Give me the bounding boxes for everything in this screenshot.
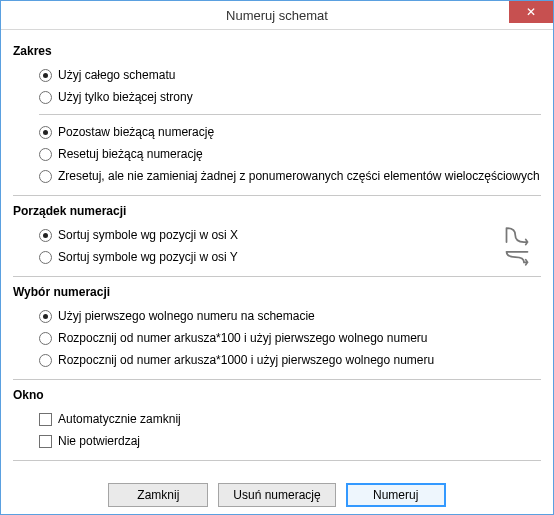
radio-label: Użyj pierwszego wolnego numeru na schema… [58,307,315,325]
checkbox-icon [39,435,52,448]
section-choice-title: Wybór numeracji [13,285,541,299]
button-label: Numeruj [373,488,418,502]
scope-group1: Użyj całego schematu Użyj tylko bieżącej… [13,64,541,108]
radio-first-free[interactable]: Użyj pierwszego wolnego numeru na schema… [39,305,541,327]
checkbox-label: Automatycznie zamknij [58,410,181,428]
radio-icon [39,126,52,139]
section-scope-title: Zakres [13,44,541,58]
radio-label: Rozpocznij od numer arkusza*100 i użyj p… [58,329,428,347]
button-row: Zamknij Usuń numerację Numeruj [13,469,541,514]
scope-group2: Pozostaw bieżącą numerację Resetuj bieżą… [13,121,541,187]
radio-scope-whole[interactable]: Użyj całego schematu [39,64,541,86]
radio-sheet-1000[interactable]: Rozpocznij od numer arkusza*1000 i użyj … [39,349,541,371]
radio-sheet-100[interactable]: Rozpocznij od numer arkusza*100 i użyj p… [39,327,541,349]
radio-icon [39,310,52,323]
window-group: Automatycznie zamknij Nie potwierdzaj [13,408,541,452]
radio-label: Zresetuj, ale nie zamieniaj żadnej z pon… [58,167,540,185]
radio-scope-page[interactable]: Użyj tylko bieżącej strony [39,86,541,108]
titlebar: Numeruj schemat ✕ [1,1,553,30]
radio-label: Pozostaw bieżącą numerację [58,123,214,141]
radio-reset-numbering[interactable]: Resetuj bieżącą numerację [39,143,541,165]
apply-numbering-button[interactable]: Numeruj [346,483,446,507]
checkbox-autoclose[interactable]: Automatycznie zamknij [39,408,541,430]
sort-y-icon [503,246,531,268]
radio-icon [39,91,52,104]
radio-sort-x[interactable]: Sortuj symbole wg pozycji w osi X [39,224,541,246]
radio-keep-numbering[interactable]: Pozostaw bieżącą numerację [39,121,541,143]
radio-label: Sortuj symbole wg pozycji w osi Y [58,248,238,266]
radio-label: Użyj całego schematu [58,66,175,84]
radio-icon [39,354,52,367]
radio-icon [39,170,52,183]
dialog-content: Zakres Użyj całego schematu Użyj tylko b… [1,30,553,514]
divider [13,276,541,277]
divider [13,379,541,380]
checkbox-label: Nie potwierdzaj [58,432,140,450]
radio-label: Sortuj symbole wg pozycji w osi X [58,226,238,244]
remove-numbering-button[interactable]: Usuń numerację [218,483,335,507]
button-label: Usuń numerację [233,488,320,502]
radio-sort-y[interactable]: Sortuj symbole wg pozycji w osi Y [39,246,541,268]
choice-group: Użyj pierwszego wolnego numeru na schema… [13,305,541,371]
dialog-window: Numeruj schemat ✕ Zakres Użyj całego sch… [0,0,554,515]
radio-icon [39,69,52,82]
radio-reset-keep-multipart[interactable]: Zresetuj, ale nie zamieniaj żadnej z pon… [39,165,541,187]
section-order-title: Porządek numeracji [13,204,541,218]
sort-x-icon [503,224,531,246]
radio-label: Resetuj bieżącą numerację [58,145,203,163]
radio-icon [39,332,52,345]
dialog-title: Numeruj schemat [226,8,328,23]
close-icon: ✕ [526,5,536,19]
checkbox-noconfirm[interactable]: Nie potwierdzaj [39,430,541,452]
divider [13,460,541,461]
radio-icon [39,148,52,161]
radio-label: Użyj tylko bieżącej strony [58,88,193,106]
button-label: Zamknij [137,488,179,502]
checkbox-icon [39,413,52,426]
radio-label: Rozpocznij od numer arkusza*1000 i użyj … [58,351,434,369]
radio-icon [39,251,52,264]
separator [39,114,541,115]
order-group: Sortuj symbole wg pozycji w osi X Sortuj… [13,224,541,268]
section-window-title: Okno [13,388,541,402]
radio-icon [39,229,52,242]
close-dialog-button[interactable]: Zamknij [108,483,208,507]
close-button[interactable]: ✕ [509,1,553,23]
divider [13,195,541,196]
